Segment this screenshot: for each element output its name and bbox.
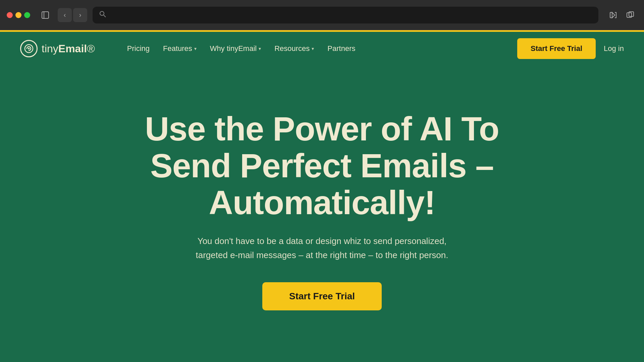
resources-chevron-icon: ▾ [312,46,314,51]
logo-icon [20,40,38,57]
hero-heading: Use the Power of AI To Send Perfect Emai… [121,110,523,221]
features-chevron-icon: ▾ [194,46,197,51]
nav-features[interactable]: Features ▾ [158,42,202,56]
svg-line-3 [104,15,106,17]
back-button[interactable]: ‹ [58,8,72,22]
nav-actions: Start Free Trial Log in [517,38,624,59]
why-chevron-icon: ▾ [259,46,261,51]
hero-subtext: You don't have to be a data or design wh… [188,234,456,262]
browser-nav-buttons: ‹ › [58,8,87,22]
logo-text: tinyEmail® [42,43,95,55]
maximize-button[interactable] [24,12,30,18]
svg-rect-0 [42,12,49,18]
hero-section: Use the Power of AI To Send Perfect Emai… [0,65,644,362]
hero-cta-button[interactable]: Start Free Trial [262,282,382,310]
login-link[interactable]: Log in [604,44,624,53]
svg-rect-4 [610,12,612,18]
minimize-button[interactable] [15,12,21,18]
traffic-lights [7,12,30,18]
logo[interactable]: tinyEmail® [20,40,95,57]
nav-links: Pricing Features ▾ Why tinyEmail ▾ Resou… [122,42,504,56]
address-bar[interactable] [93,7,598,23]
nav-cta-button[interactable]: Start Free Trial [517,38,596,59]
forward-button[interactable]: › [73,8,87,22]
nav-why[interactable]: Why tinyEmail ▾ [205,42,266,56]
nav-pricing[interactable]: Pricing [122,42,155,56]
navbar: tinyEmail® Pricing Features ▾ Why tinyEm… [0,32,644,65]
nav-resources[interactable]: Resources ▾ [269,42,319,56]
close-button[interactable] [7,12,13,18]
website-content: tinyEmail® Pricing Features ▾ Why tinyEm… [0,30,644,362]
share-button[interactable] [606,8,621,22]
browser-actions [606,8,637,22]
sidebar-toggle-button[interactable] [38,8,52,22]
new-window-button[interactable] [623,8,637,22]
browser-chrome: ‹ › [0,0,644,30]
svg-point-2 [100,11,104,15]
svg-point-8 [28,48,30,50]
nav-partners[interactable]: Partners [322,42,361,56]
search-icon [99,11,106,19]
